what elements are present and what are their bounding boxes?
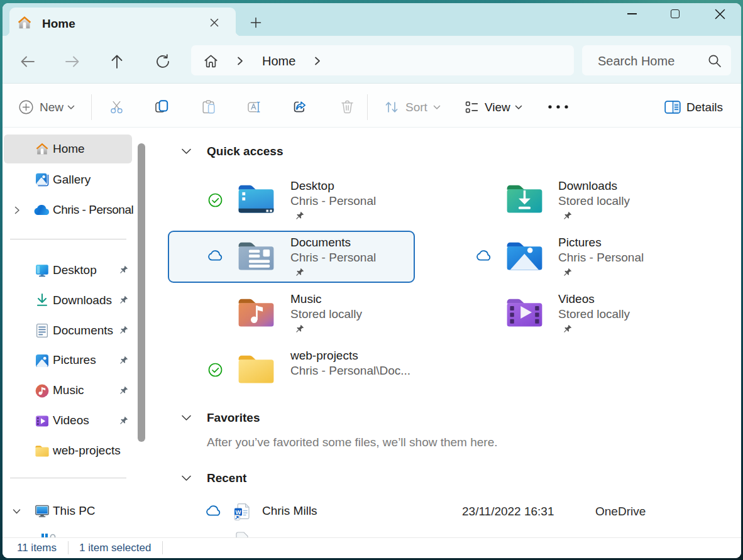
svg-text:W: W — [236, 508, 241, 515]
